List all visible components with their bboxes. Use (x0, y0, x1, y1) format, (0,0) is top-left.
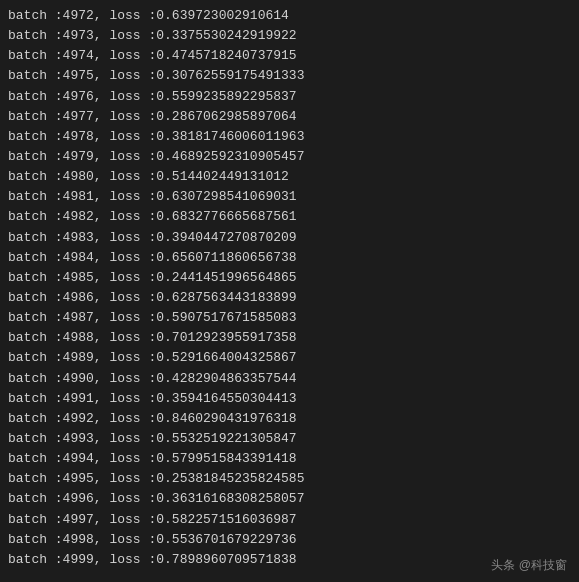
log-line: batch :4983, loss :0.3940447270870209 (8, 228, 571, 248)
log-line: batch :4997, loss :0.5822571516036987 (8, 510, 571, 530)
log-line: batch :4985, loss :0.2441451996564865 (8, 268, 571, 288)
log-line: batch :4987, loss :0.5907517671585083 (8, 308, 571, 328)
watermark-label: 头条 @科技窗 (491, 557, 567, 574)
log-line: batch :4996, loss :0.36316168308258057 (8, 489, 571, 509)
log-line: batch :4978, loss :0.38181746006011963 (8, 127, 571, 147)
log-line: batch :4984, loss :0.6560711860656738 (8, 248, 571, 268)
log-line: batch :4991, loss :0.3594164550304413 (8, 389, 571, 409)
log-line: batch :4998, loss :0.5536701679229736 (8, 530, 571, 550)
log-line: batch :4989, loss :0.5291664004325867 (8, 348, 571, 368)
log-line: batch :4972, loss :0.639723002910614 (8, 6, 571, 26)
log-line: batch :4977, loss :0.2867062985897064 (8, 107, 571, 127)
log-line: batch :4995, loss :0.25381845235824585 (8, 469, 571, 489)
log-line: batch :4979, loss :0.46892592310905457 (8, 147, 571, 167)
log-line: batch :4982, loss :0.6832776665687561 (8, 207, 571, 227)
log-line: batch :4986, loss :0.6287563443183899 (8, 288, 571, 308)
log-line: batch :4992, loss :0.8460290431976318 (8, 409, 571, 429)
log-line: batch :4993, loss :0.5532519221305847 (8, 429, 571, 449)
log-line: batch :4990, loss :0.4282904863357544 (8, 369, 571, 389)
log-line: batch :4974, loss :0.4745718240737915 (8, 46, 571, 66)
log-line: batch :4976, loss :0.5599235892295837 (8, 87, 571, 107)
log-output: batch :4972, loss :0.639723002910614batc… (8, 6, 571, 570)
log-line: batch :4994, loss :0.5799515843391418 (8, 449, 571, 469)
log-line: batch :4981, loss :0.6307298541069031 (8, 187, 571, 207)
log-line: batch :4975, loss :0.30762559175491333 (8, 66, 571, 86)
terminal-window: batch :4972, loss :0.639723002910614batc… (0, 0, 579, 582)
log-line: batch :4973, loss :0.3375530242919922 (8, 26, 571, 46)
log-line: batch :4980, loss :0.514402449131012 (8, 167, 571, 187)
log-line: batch :4999, loss :0.7898960709571838 (8, 550, 571, 570)
log-line: batch :4988, loss :0.7012923955917358 (8, 328, 571, 348)
